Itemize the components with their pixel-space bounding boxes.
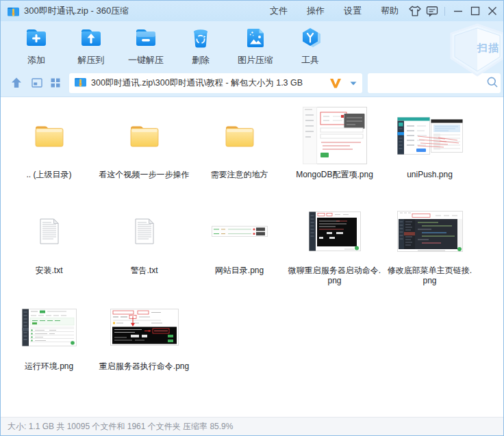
toolbar-button-tools[interactable]: 工具 [284,21,336,66]
icon-view-icon[interactable] [49,76,62,90]
app-window: 300即时通讯.zip - 360压缩 文件操作设置帮助 添加解压到一键解压删除… [0,0,504,436]
file-item[interactable]: uniPush.png [382,103,477,199]
toolbar-items: 添加解压到一键解压删除图片压缩工具 [1,21,503,66]
one-click-extract-icon [134,26,158,52]
toolbar-button-extract-to[interactable]: 解压到 [65,21,117,66]
titlebar-buttons [406,1,501,21]
status-bar: 大小: 1.1 GB 共 10095 个文件和 1961 个文件夹 压缩率 85… [1,417,503,435]
file-name: 网站目录.png [215,266,264,276]
address-bar[interactable]: 300即时通讯.zip\300即时通讯\教程 - 解包大小为 1.3 GB [69,73,362,93]
extract-folder-icon [79,26,103,52]
toolbar: 添加解压到一键解压删除图片压缩工具 扫描 [1,21,503,69]
menu-item-operation[interactable]: 操作 [297,1,334,21]
file-grid: .. (上级目录)看这个视频一步一步操作需要注意的地方MongoDB配置项.pn… [1,97,503,391]
toolbar-button-label: 工具 [301,54,319,66]
zip-file-icon [7,5,20,17]
file-item[interactable]: 修改底部菜单主页链接.png [382,199,477,295]
archive-path: 300即时通讯.zip\300即时通讯\教程 - 解包大小为 1.3 GB [91,77,329,89]
scan-shield-badge[interactable]: 扫描 [446,23,504,77]
address-dropdown-icon[interactable] [349,81,357,86]
file-item[interactable]: 重启服务器执行命令.png [97,295,192,391]
close-icon[interactable] [483,1,501,21]
folder-icon [129,103,160,168]
image-thumbnail [397,199,463,264]
details-view-icon[interactable] [30,76,44,90]
image-thumbnail [22,295,77,359]
address-row: 300即时通讯.zip\300即时通讯\教程 - 解包大小为 1.3 GB [1,69,503,97]
titlebar-separator [444,7,445,16]
feedback-icon[interactable] [423,1,440,21]
image-thumbnail [397,103,463,168]
file-item[interactable]: 网站目录.png [192,199,287,295]
file-item[interactable]: 看这个视频一步一步操作 [97,103,192,199]
file-item[interactable]: MongoDB配置项.png [287,103,382,199]
menu-item-settings[interactable]: 设置 [334,1,371,21]
file-item[interactable]: 运行环境.png [1,295,97,391]
file-list-area: .. (上级目录)看这个视频一步一步操作需要注意的地方MongoDB配置项.pn… [1,97,503,417]
toolbar-button-image-compress[interactable]: 图片压缩 [229,21,281,66]
v-logo-icon [329,78,342,89]
file-name: MongoDB配置项.png [296,170,373,180]
file-name: 需要注意的地方 [211,170,268,180]
image-thumbnail [309,199,361,264]
minimize-icon[interactable] [449,1,466,21]
search-icon[interactable] [486,76,499,91]
file-name: 运行环境.png [25,361,73,372]
image-compress-icon [244,26,267,52]
zip-file-icon-small [74,76,87,90]
trash-icon [189,26,212,52]
text-file-icon [39,199,60,264]
toolbar-button-label: 解压到 [78,54,105,66]
archive-stats: 大小: 1.1 GB 共 10095 个文件和 1961 个文件夹 压缩率 85… [8,421,233,433]
file-item[interactable]: .. (上级目录) [1,103,97,199]
toolbar-button-add[interactable]: 添加 [10,21,62,66]
titlebar: 300即时通讯.zip - 360压缩 文件操作设置帮助 [1,1,503,21]
image-thumbnail [303,103,367,168]
image-thumbnail [110,295,179,359]
search-input[interactable] [373,78,486,89]
text-file-icon [134,199,155,264]
file-name: 修改底部菜单主页链接.png [388,266,472,286]
up-directory-icon[interactable] [10,76,23,90]
toolbar-button-label: 图片压缩 [238,54,273,66]
window-title: 300即时通讯.zip - 360压缩 [24,5,129,17]
file-item[interactable]: 需要注意的地方 [192,103,287,199]
folder-icon [225,103,255,168]
toolbar-button-one-click-extract[interactable]: 一键解压 [120,21,172,66]
folder-icon [34,103,64,168]
menu-item-file[interactable]: 文件 [260,1,297,21]
file-name: .. (上级目录) [27,170,72,180]
file-item[interactable]: 微聊重启服务器启动命令.png [287,199,382,295]
menu-item-help[interactable]: 帮助 [371,1,408,21]
toolbar-button-label: 添加 [27,54,45,66]
file-name: 看这个视频一步一步操作 [99,170,190,180]
scan-badge-label: 扫描 [477,42,499,55]
file-item[interactable]: 安装.txt [1,199,97,295]
file-name: 微聊重启服务器启动命令.png [288,266,381,286]
file-item[interactable]: 警告.txt [97,199,192,295]
file-name: 警告.txt [130,266,158,276]
add-folder-icon [25,26,48,52]
file-name: 重启服务器执行命令.png [99,361,189,372]
tools-icon [299,26,322,52]
menu-bar: 文件操作设置帮助 [260,1,408,21]
toolbar-button-delete[interactable]: 删除 [175,21,227,66]
file-name: 安装.txt [35,266,62,276]
image-thumbnail [212,199,268,264]
skin-icon[interactable] [406,1,423,21]
toolbar-button-label: 删除 [192,54,210,66]
toolbar-button-label: 一键解压 [128,54,164,66]
file-name: uniPush.png [407,170,453,180]
maximize-icon[interactable] [466,1,483,21]
